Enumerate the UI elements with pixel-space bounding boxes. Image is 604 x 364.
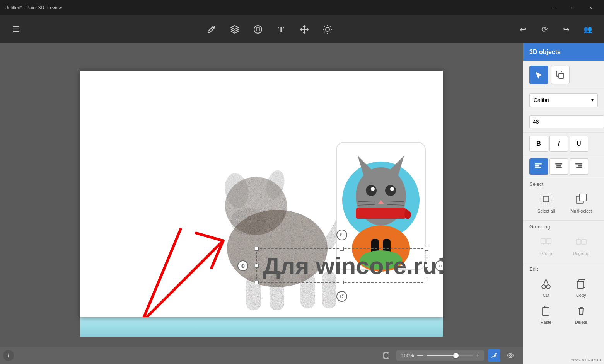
svg-point-53 <box>510 355 512 357</box>
text-tool-button[interactable]: T <box>271 19 291 39</box>
edit-section-label: Edit <box>523 263 604 274</box>
maximize-button[interactable]: □ <box>564 0 582 15</box>
svg-point-3 <box>326 27 329 31</box>
svg-rect-56 <box>535 165 539 167</box>
svg-point-0 <box>254 26 262 33</box>
multi-select-button[interactable]: Multi-select <box>565 190 598 216</box>
select-section-label: Select <box>523 178 604 189</box>
align-center-button[interactable] <box>549 158 568 175</box>
resize-handle-bl[interactable] <box>255 281 259 284</box>
resize-handle-mr[interactable] <box>425 264 428 268</box>
brush-tool-button[interactable] <box>201 19 222 39</box>
group-label: Group <box>540 251 552 256</box>
grouping-section-label: Grouping <box>523 221 604 231</box>
canvas-text[interactable]: Для wincore.ru! <box>263 252 443 279</box>
shapes-icon <box>253 25 263 34</box>
menu-button[interactable]: ☰ <box>6 19 26 39</box>
resize-handle-tr[interactable] <box>425 247 428 251</box>
minimize-button[interactable]: ─ <box>546 0 564 15</box>
copy-shape-tool-button[interactable] <box>551 66 570 84</box>
brush-mode-icon <box>491 352 498 359</box>
brush-mode-button[interactable] <box>488 349 500 362</box>
resize-handle-tm[interactable] <box>340 247 344 251</box>
close-button[interactable]: ✕ <box>582 0 599 15</box>
font-section: Calibri ▾ <box>523 89 604 111</box>
brush-icon <box>207 25 216 34</box>
move-handle-left[interactable]: ⊕ <box>237 260 248 271</box>
svg-rect-78 <box>542 308 549 315</box>
ungroup-label: Ungroup <box>573 251 589 256</box>
transform-tool-button[interactable] <box>294 19 314 39</box>
canvas-area: ↻ ⊕ ↔ Для wincore.ru! ↺ <box>0 43 523 364</box>
resize-handle-ml[interactable] <box>255 264 259 268</box>
svg-rect-67 <box>579 194 586 201</box>
format-row: B I U <box>523 133 604 155</box>
resize-handle-br[interactable] <box>425 281 428 284</box>
preview-button[interactable] <box>504 349 517 362</box>
copy-label: Copy <box>576 293 586 298</box>
info-button[interactable]: i <box>3 350 14 361</box>
select-tool-button[interactable] <box>529 66 548 84</box>
svg-line-76 <box>546 279 548 285</box>
ungroup-button[interactable]: Ungroup <box>565 233 598 259</box>
zoom-slider-thumb[interactable] <box>453 353 459 358</box>
watermark: www.wincore.ru <box>571 357 601 362</box>
align-left-button[interactable] <box>529 158 548 175</box>
svg-rect-71 <box>576 240 581 244</box>
undo-icon: ↩ <box>520 25 526 34</box>
select-all-label: Select all <box>537 209 555 213</box>
font-size-row: ▲ ▼ <box>523 111 604 133</box>
italic-button[interactable]: I <box>549 136 568 152</box>
cut-label: Cut <box>543 293 549 298</box>
undo-button[interactable]: ↩ <box>513 19 533 39</box>
copy-button[interactable]: Copy <box>565 275 598 301</box>
font-size-input[interactable] <box>529 115 604 128</box>
hamburger-icon: ☰ <box>12 24 20 34</box>
rotate-handle-bottom[interactable]: ↺ <box>336 291 347 302</box>
edit-section: Cut Copy Pa <box>523 274 604 332</box>
svg-rect-44 <box>384 353 389 358</box>
redo-button[interactable]: ↪ <box>556 19 576 39</box>
svg-rect-65 <box>543 196 549 202</box>
text-t-icon: T <box>278 24 284 34</box>
font-select[interactable]: Calibri ▾ <box>529 93 598 107</box>
zoom-in-button[interactable]: + <box>476 352 479 359</box>
select-section: Select all Multi-select <box>523 189 604 221</box>
resize-handle-bm[interactable] <box>340 281 344 284</box>
canvas[interactable]: ↻ ⊕ ↔ Для wincore.ru! ↺ <box>80 71 443 317</box>
align-right-button[interactable] <box>570 158 588 175</box>
delete-button[interactable]: Delete <box>565 302 598 328</box>
rotate-handle-top[interactable]: ↻ <box>336 230 347 240</box>
select-all-button[interactable]: Select all <box>529 190 563 216</box>
bold-button[interactable]: B <box>529 136 548 152</box>
svg-point-34 <box>390 187 394 191</box>
zoom-controls: 100% — + <box>396 350 484 361</box>
move-handle-right[interactable]: ↔ <box>435 260 443 271</box>
collab-button[interactable]: 👥 <box>578 19 598 39</box>
copy-shape-icon <box>556 70 565 80</box>
svg-point-73 <box>542 285 546 289</box>
frame-button[interactable] <box>380 349 392 362</box>
svg-line-6 <box>324 26 325 27</box>
resize-handle-tl[interactable] <box>255 247 259 251</box>
zoom-slider[interactable] <box>427 355 473 356</box>
paste-button[interactable]: Paste <box>529 302 563 328</box>
svg-rect-30 <box>356 208 406 219</box>
underline-button[interactable]: U <box>570 136 588 152</box>
zoom-out-button[interactable]: — <box>417 352 423 359</box>
cut-button[interactable]: Cut <box>529 275 563 301</box>
svg-rect-61 <box>575 163 582 165</box>
history-button[interactable]: ⟳ <box>534 19 555 39</box>
2d-shapes-tool-button[interactable] <box>248 19 268 39</box>
group-button[interactable]: Group <box>529 233 563 259</box>
svg-rect-69 <box>541 239 546 243</box>
paste-label: Paste <box>541 320 551 325</box>
text-object[interactable]: ↻ ⊕ ↔ Для wincore.ru! ↺ <box>256 248 427 283</box>
svg-line-10 <box>324 32 325 32</box>
align-right-icon <box>575 163 583 170</box>
3d-objects-tool-button[interactable] <box>225 19 245 39</box>
effects-tool-button[interactable] <box>317 19 338 39</box>
effects-icon <box>323 25 332 34</box>
collab-icon: 👥 <box>584 25 592 34</box>
panel-title-text: 3D objects <box>529 49 561 55</box>
